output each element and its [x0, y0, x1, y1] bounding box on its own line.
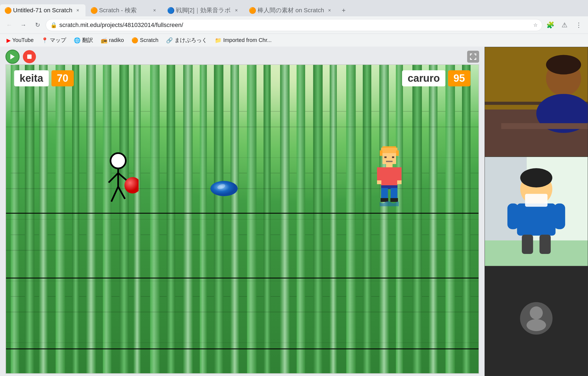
svg-rect-59: [392, 156, 394, 158]
bookmark-imported-label: Imported from Chr...: [223, 37, 272, 43]
bookmark-radiko[interactable]: 📻 radiko: [97, 36, 127, 45]
score-right: caruro 95: [402, 70, 470, 86]
svg-point-44: [111, 153, 126, 168]
svg-rect-64: [381, 188, 388, 199]
svg-rect-58: [384, 156, 387, 158]
svg-rect-60: [386, 161, 393, 162]
menu-icon[interactable]: ⋮: [573, 19, 585, 31]
url-text: scratch.mit.edu/projects/481032014/fulls…: [59, 22, 531, 29]
person2-svg: [485, 157, 588, 266]
avatar-svg: [485, 266, 588, 376]
svg-rect-57: [382, 153, 396, 164]
floor-line-3: [6, 348, 479, 349]
bookmark-imported[interactable]: 📁 Imported from Chr...: [212, 36, 275, 45]
fullscreen-icon: [469, 53, 477, 60]
bookmarks-bar: ▶ YouTube 📍 マップ 🌐 翻訳 📻 radiko 🟠 Scratch …: [0, 34, 588, 47]
scratch-favicon: 🟠: [131, 37, 138, 44]
bookmark-star-icon[interactable]: ☆: [533, 22, 538, 28]
makeblog-favicon: 🔗: [166, 37, 173, 44]
tab-bar: 🟠 Untitled-71 on Scratch × 🟠 Scratch - 検…: [0, 0, 588, 16]
tab-favicon-4: 🟠: [249, 7, 255, 14]
svg-line-48: [111, 187, 118, 202]
video-cell-1: [485, 47, 588, 157]
stick-figure-keita: [100, 151, 139, 211]
tab-close-2[interactable]: ×: [151, 7, 158, 14]
svg-point-51: [210, 181, 238, 196]
bookmark-map-label: マップ: [50, 37, 66, 44]
bookmark-makeblog-label: まけぶろっく: [174, 37, 207, 44]
bamboo-background: [6, 65, 479, 373]
tab-favicon-1: 🟠: [4, 7, 11, 14]
svg-rect-89: [522, 235, 533, 254]
extensions-icon[interactable]: 🧩: [544, 19, 556, 31]
svg-rect-86: [525, 194, 547, 207]
svg-line-47: [118, 173, 128, 181]
svg-rect-55: [380, 150, 382, 156]
fullscreen-button[interactable]: [467, 51, 479, 63]
flag-icon: [9, 53, 16, 60]
svg-point-94: [526, 319, 546, 331]
svg-point-93: [530, 307, 543, 320]
tab-title-4: 棒人間の素材 on Scratch: [258, 6, 324, 14]
scratch-controls: [0, 49, 485, 64]
toolbar: ← → ↻ 🔒 scratch.mit.edu/projects/4810320…: [0, 16, 588, 34]
bookmark-map[interactable]: 📍 マップ: [38, 35, 69, 45]
video-bg-1: [485, 47, 588, 156]
svg-rect-43: [6, 65, 479, 373]
tab-favicon-3: 🔵: [167, 7, 174, 14]
svg-line-49: [118, 187, 125, 199]
svg-rect-90: [540, 235, 551, 254]
new-tab-button[interactable]: +: [338, 4, 350, 16]
lock-icon: 🔒: [50, 22, 57, 28]
map-favicon: 📍: [41, 37, 48, 44]
player-right-score: 95: [448, 70, 470, 86]
address-bar[interactable]: 🔒 scratch.mit.edu/projects/481032014/ful…: [46, 19, 542, 31]
svg-rect-70: [377, 180, 381, 184]
green-flag-button[interactable]: [5, 50, 20, 64]
reload-button[interactable]: ↻: [32, 19, 44, 31]
svg-rect-85: [517, 204, 555, 236]
youtube-favicon: ▶: [7, 37, 11, 44]
bookmark-translate-label: 翻訳: [82, 37, 93, 44]
bookmark-scratch-label: Scratch: [140, 37, 158, 43]
stop-button[interactable]: [23, 50, 36, 63]
svg-rect-68: [377, 167, 381, 181]
video-cell-3: [485, 266, 588, 376]
tab-close-1[interactable]: ×: [75, 7, 81, 14]
tab-close-4[interactable]: ×: [326, 7, 333, 14]
tab-sound-lab[interactable]: 🔵 戦脚[2]｜効果音ラボ ×: [163, 4, 244, 16]
svg-rect-88: [554, 204, 565, 229]
svg-rect-78: [501, 123, 588, 129]
bamboo-svg: [6, 65, 479, 373]
tab-title-2: Scratch - 検索: [99, 6, 149, 14]
floor-line-2: [6, 278, 479, 278]
person1-svg: [485, 47, 588, 156]
profile-icon[interactable]: ⚠: [559, 19, 571, 31]
bookmark-youtube[interactable]: ▶ YouTube: [3, 36, 37, 45]
video-bg-2: [485, 157, 588, 266]
tab-favicon-2: 🟠: [90, 7, 97, 14]
bookmark-makeblog[interactable]: 🔗 まけぶろっく: [163, 35, 210, 45]
bookmark-radiko-label: radiko: [109, 37, 124, 43]
bookmark-scratch[interactable]: 🟠 Scratch: [128, 36, 162, 45]
tab-untitled71[interactable]: 🟠 Untitled-71 on Scratch ×: [0, 4, 85, 16]
browser-window: 🟠 Untitled-71 on Scratch × 🟠 Scratch - 検…: [0, 0, 588, 376]
pixel-character-caruro: [376, 145, 403, 208]
floor-line-1: [6, 213, 479, 214]
svg-rect-82: [485, 240, 588, 266]
svg-line-46: [109, 173, 118, 183]
tab-scratch-material[interactable]: 🟠 棒人間の素材 on Scratch ×: [244, 4, 337, 16]
svg-rect-0: [27, 54, 32, 59]
player-left-name: keita: [14, 70, 49, 86]
svg-rect-65: [391, 188, 397, 199]
back-button[interactable]: ←: [3, 19, 15, 31]
video-cell-2: [485, 157, 588, 266]
svg-point-84: [520, 168, 552, 187]
tab-close-3[interactable]: ×: [233, 7, 240, 14]
svg-rect-62: [381, 167, 397, 186]
svg-rect-56: [396, 150, 399, 156]
forward-button[interactable]: →: [17, 19, 29, 31]
svg-rect-87: [507, 204, 519, 229]
bookmark-translate[interactable]: 🌐 翻訳: [71, 35, 96, 45]
tab-scratch-search[interactable]: 🟠 Scratch - 検索 ×: [86, 4, 162, 16]
